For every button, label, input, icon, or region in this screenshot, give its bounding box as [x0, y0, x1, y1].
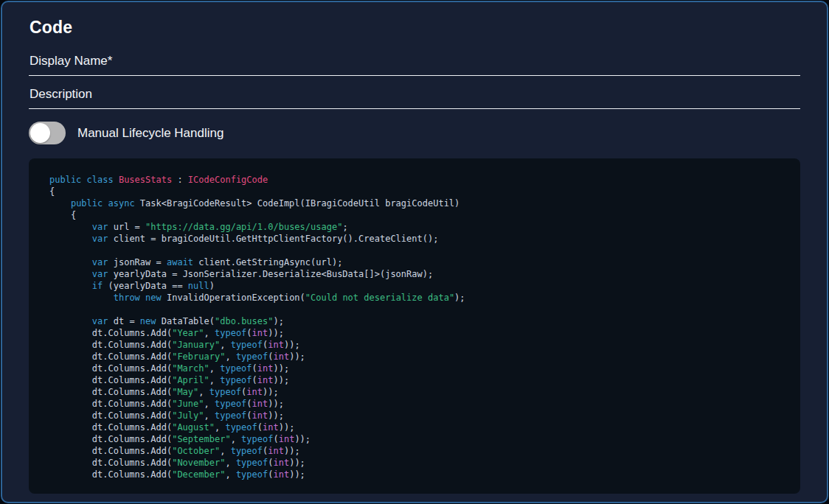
code-line: [49, 245, 783, 256]
code-line: dt.Columns.Add("November", typeof(int));: [49, 457, 783, 469]
manual-lifecycle-toggle[interactable]: [29, 122, 66, 144]
code-line: dt.Columns.Add("October", typeof(int));: [49, 445, 783, 457]
code-line: public async Task<BragiCodeResult> CodeI…: [49, 197, 783, 209]
manual-lifecycle-toggle-row: Manual Lifecycle Handling: [29, 122, 800, 144]
code-line: throw new InvalidOperationException("Cou…: [49, 292, 783, 304]
page-title: Code: [30, 18, 800, 38]
code-line: dt.Columns.Add("September", typeof(int))…: [49, 433, 783, 445]
toggle-knob-icon: [30, 123, 50, 143]
toggle-label: Manual Lifecycle Handling: [77, 126, 223, 141]
code-line: var jsonRaw = await client.GetStringAsyn…: [49, 256, 783, 268]
code-line: dt.Columns.Add("May", typeof(int));: [49, 386, 783, 398]
code-line: dt.Columns.Add("June", typeof(int));: [49, 398, 783, 410]
code-line: if (yearlyData == null): [49, 280, 783, 292]
code-line: var yearlyData = JsonSerializer.Deserial…: [49, 268, 783, 280]
code-line: var client = bragiCodeUtil.GetHttpClient…: [49, 233, 783, 245]
code-line: dt.Columns.Add("August", typeof(int));: [49, 421, 783, 433]
code-line: public class BusesStats : ICodeConfigCod…: [49, 174, 783, 186]
display-name-field: [29, 54, 800, 76]
code-line: dt.Columns.Add("July", typeof(int));: [49, 410, 783, 421]
code-line: dt.Columns.Add("January", typeof(int));: [49, 339, 783, 351]
code-line: [49, 304, 783, 315]
code-content: public class BusesStats : ICodeConfigCod…: [49, 174, 783, 480]
code-editor[interactable]: public class BusesStats : ICodeConfigCod…: [29, 158, 800, 494]
code-line: dt.Columns.Add("Year", typeof(int));: [49, 327, 783, 339]
description-field: [29, 87, 800, 109]
description-input[interactable]: [29, 87, 801, 108]
display-name-input[interactable]: [29, 54, 801, 75]
code-line: dt.Columns.Add("December", typeof(int));: [49, 469, 783, 480]
code-config-panel: Code Manual Lifecycle Handling public cl…: [1, 1, 828, 503]
code-line: {: [49, 209, 783, 221]
code-line: dt.Columns.Add("March", typeof(int));: [49, 363, 783, 374]
code-line: {: [49, 186, 783, 197]
code-line: var url = "https://data.gg/api/1.0/buses…: [49, 221, 783, 233]
code-line: dt.Columns.Add("April", typeof(int));: [49, 374, 783, 386]
code-line: dt.Columns.Add("February", typeof(int));: [49, 351, 783, 363]
code-line: var dt = new DataTable("dbo.buses");: [49, 315, 783, 327]
